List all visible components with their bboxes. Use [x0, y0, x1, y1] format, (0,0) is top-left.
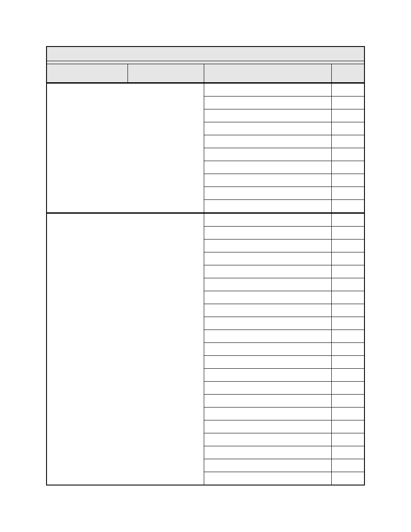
cell-c3	[204, 356, 331, 369]
cell-c3	[204, 304, 331, 317]
cell-c3	[204, 433, 331, 446]
cell-c3	[204, 382, 331, 395]
cell-c4	[331, 433, 364, 446]
cell-c4	[331, 472, 364, 485]
cell-c4	[331, 278, 364, 291]
table-row	[47, 214, 364, 227]
cell-c4	[331, 174, 364, 187]
cell-c3	[204, 446, 331, 459]
cell-c3	[204, 187, 331, 200]
header-col1	[47, 64, 128, 83]
cell-c4	[331, 265, 364, 278]
cell-c3	[204, 278, 331, 291]
cell-c3	[204, 472, 331, 485]
cell-c3	[204, 200, 331, 213]
table-title-spacer	[47, 61, 364, 64]
cell-c3	[204, 252, 331, 265]
header-col4	[331, 64, 364, 83]
cell-c3	[204, 227, 331, 240]
cell-c3	[204, 459, 331, 472]
table-title-row	[47, 47, 364, 61]
cell-c3	[204, 240, 331, 252]
cell-c4	[331, 369, 364, 382]
cell-c4	[331, 96, 364, 109]
cell-c3	[204, 109, 331, 122]
group-1-left	[47, 214, 204, 485]
table-row	[47, 84, 364, 96]
cell-c4	[331, 252, 364, 265]
cell-c3	[204, 317, 331, 330]
cell-c3	[204, 330, 331, 343]
cell-c4	[331, 317, 364, 330]
cell-c4	[331, 135, 364, 148]
cell-c4	[331, 382, 364, 395]
group-0-left	[47, 84, 204, 213]
cell-c4	[331, 291, 364, 304]
cell-c3	[204, 148, 331, 161]
cell-c3	[204, 343, 331, 356]
cell-c4	[331, 161, 364, 174]
cell-c3	[204, 291, 331, 304]
header-col3	[204, 64, 331, 83]
cell-c4	[331, 214, 364, 227]
cell-c4	[331, 395, 364, 408]
cell-c4	[331, 227, 364, 240]
cell-c3	[204, 161, 331, 174]
cell-c4	[331, 330, 364, 343]
cell-c4	[331, 187, 364, 200]
cell-c3	[204, 369, 331, 382]
cell-c4	[331, 148, 364, 161]
cell-c3	[204, 214, 331, 227]
cell-c4	[331, 304, 364, 317]
table-title	[47, 47, 364, 61]
cell-c3	[204, 420, 331, 433]
cell-c3	[204, 408, 331, 420]
cell-c4	[331, 109, 364, 122]
cell-c4	[331, 84, 364, 96]
cell-c3	[204, 265, 331, 278]
cell-c4	[331, 200, 364, 213]
cell-c3	[204, 135, 331, 148]
cell-c4	[331, 343, 364, 356]
cell-c4	[331, 420, 364, 433]
page: { "table": { "title": "", "headers": { "…	[0, 0, 411, 532]
cell-c3	[204, 174, 331, 187]
cell-c4	[331, 240, 364, 252]
cell-c3	[204, 84, 331, 96]
cell-c4	[331, 408, 364, 420]
cell-c3	[204, 395, 331, 408]
cell-c4	[331, 356, 364, 369]
cell-c4	[331, 446, 364, 459]
cell-c3	[204, 96, 331, 109]
cell-c4	[331, 122, 364, 135]
cell-c3	[204, 122, 331, 135]
cell-c4	[331, 459, 364, 472]
header-col2	[128, 64, 204, 83]
table-header-row	[47, 64, 364, 83]
form-table	[46, 46, 365, 485]
